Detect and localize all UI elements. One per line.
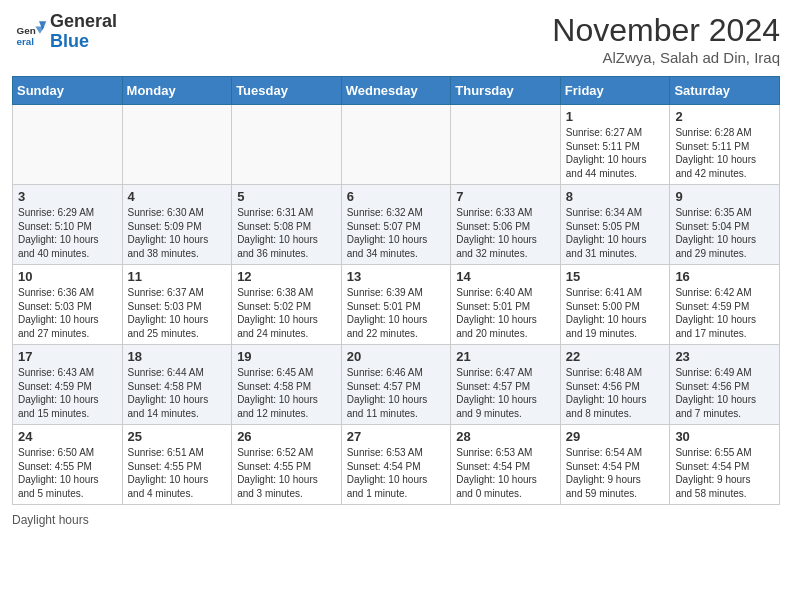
calendar-cell: 21Sunrise: 6:47 AM Sunset: 4:57 PM Dayli… <box>451 345 561 425</box>
day-info: Sunrise: 6:35 AM Sunset: 5:04 PM Dayligh… <box>675 206 774 260</box>
column-header-monday: Monday <box>122 77 232 105</box>
calendar-cell: 9Sunrise: 6:35 AM Sunset: 5:04 PM Daylig… <box>670 185 780 265</box>
calendar-cell: 30Sunrise: 6:55 AM Sunset: 4:54 PM Dayli… <box>670 425 780 505</box>
calendar-cell: 10Sunrise: 6:36 AM Sunset: 5:03 PM Dayli… <box>13 265 123 345</box>
day-info: Sunrise: 6:29 AM Sunset: 5:10 PM Dayligh… <box>18 206 117 260</box>
calendar-cell <box>13 105 123 185</box>
day-number: 27 <box>347 429 446 444</box>
day-number: 8 <box>566 189 665 204</box>
month-title: November 2024 <box>552 12 780 49</box>
footer-note: Daylight hours <box>12 513 780 527</box>
logo-blue: Blue <box>50 32 117 52</box>
day-info: Sunrise: 6:28 AM Sunset: 5:11 PM Dayligh… <box>675 126 774 180</box>
day-info: Sunrise: 6:44 AM Sunset: 4:58 PM Dayligh… <box>128 366 227 420</box>
day-number: 28 <box>456 429 555 444</box>
calendar-cell <box>341 105 451 185</box>
day-info: Sunrise: 6:40 AM Sunset: 5:01 PM Dayligh… <box>456 286 555 340</box>
page-header: Gen eral General Blue November 2024 AlZw… <box>12 12 780 66</box>
calendar-cell: 26Sunrise: 6:52 AM Sunset: 4:55 PM Dayli… <box>232 425 342 505</box>
day-number: 13 <box>347 269 446 284</box>
column-header-tuesday: Tuesday <box>232 77 342 105</box>
calendar-cell: 5Sunrise: 6:31 AM Sunset: 5:08 PM Daylig… <box>232 185 342 265</box>
logo-icon: Gen eral <box>12 14 48 50</box>
day-number: 23 <box>675 349 774 364</box>
day-number: 14 <box>456 269 555 284</box>
day-info: Sunrise: 6:50 AM Sunset: 4:55 PM Dayligh… <box>18 446 117 500</box>
calendar-week-row: 24Sunrise: 6:50 AM Sunset: 4:55 PM Dayli… <box>13 425 780 505</box>
day-info: Sunrise: 6:42 AM Sunset: 4:59 PM Dayligh… <box>675 286 774 340</box>
day-info: Sunrise: 6:55 AM Sunset: 4:54 PM Dayligh… <box>675 446 774 500</box>
logo-text: General Blue <box>50 12 117 52</box>
day-number: 22 <box>566 349 665 364</box>
day-number: 11 <box>128 269 227 284</box>
day-number: 21 <box>456 349 555 364</box>
calendar-cell: 7Sunrise: 6:33 AM Sunset: 5:06 PM Daylig… <box>451 185 561 265</box>
calendar-cell: 28Sunrise: 6:53 AM Sunset: 4:54 PM Dayli… <box>451 425 561 505</box>
logo: Gen eral General Blue <box>12 12 117 52</box>
day-number: 4 <box>128 189 227 204</box>
calendar-cell: 20Sunrise: 6:46 AM Sunset: 4:57 PM Dayli… <box>341 345 451 425</box>
day-number: 16 <box>675 269 774 284</box>
day-number: 12 <box>237 269 336 284</box>
column-header-wednesday: Wednesday <box>341 77 451 105</box>
day-info: Sunrise: 6:41 AM Sunset: 5:00 PM Dayligh… <box>566 286 665 340</box>
day-info: Sunrise: 6:31 AM Sunset: 5:08 PM Dayligh… <box>237 206 336 260</box>
day-number: 5 <box>237 189 336 204</box>
day-info: Sunrise: 6:43 AM Sunset: 4:59 PM Dayligh… <box>18 366 117 420</box>
title-block: November 2024 AlZwya, Salah ad Din, Iraq <box>552 12 780 66</box>
day-info: Sunrise: 6:46 AM Sunset: 4:57 PM Dayligh… <box>347 366 446 420</box>
day-number: 26 <box>237 429 336 444</box>
calendar-cell: 1Sunrise: 6:27 AM Sunset: 5:11 PM Daylig… <box>560 105 670 185</box>
day-number: 7 <box>456 189 555 204</box>
calendar-table: SundayMondayTuesdayWednesdayThursdayFrid… <box>12 76 780 505</box>
day-number: 15 <box>566 269 665 284</box>
calendar-cell: 22Sunrise: 6:48 AM Sunset: 4:56 PM Dayli… <box>560 345 670 425</box>
calendar-cell: 6Sunrise: 6:32 AM Sunset: 5:07 PM Daylig… <box>341 185 451 265</box>
location: AlZwya, Salah ad Din, Iraq <box>552 49 780 66</box>
day-number: 24 <box>18 429 117 444</box>
day-number: 19 <box>237 349 336 364</box>
calendar-cell: 27Sunrise: 6:53 AM Sunset: 4:54 PM Dayli… <box>341 425 451 505</box>
calendar-header-row: SundayMondayTuesdayWednesdayThursdayFrid… <box>13 77 780 105</box>
day-info: Sunrise: 6:45 AM Sunset: 4:58 PM Dayligh… <box>237 366 336 420</box>
day-number: 3 <box>18 189 117 204</box>
day-info: Sunrise: 6:39 AM Sunset: 5:01 PM Dayligh… <box>347 286 446 340</box>
calendar-week-row: 10Sunrise: 6:36 AM Sunset: 5:03 PM Dayli… <box>13 265 780 345</box>
day-info: Sunrise: 6:32 AM Sunset: 5:07 PM Dayligh… <box>347 206 446 260</box>
calendar-cell: 3Sunrise: 6:29 AM Sunset: 5:10 PM Daylig… <box>13 185 123 265</box>
calendar-cell: 15Sunrise: 6:41 AM Sunset: 5:00 PM Dayli… <box>560 265 670 345</box>
day-info: Sunrise: 6:30 AM Sunset: 5:09 PM Dayligh… <box>128 206 227 260</box>
day-info: Sunrise: 6:37 AM Sunset: 5:03 PM Dayligh… <box>128 286 227 340</box>
column-header-saturday: Saturday <box>670 77 780 105</box>
calendar-cell: 12Sunrise: 6:38 AM Sunset: 5:02 PM Dayli… <box>232 265 342 345</box>
calendar-cell: 23Sunrise: 6:49 AM Sunset: 4:56 PM Dayli… <box>670 345 780 425</box>
calendar-week-row: 17Sunrise: 6:43 AM Sunset: 4:59 PM Dayli… <box>13 345 780 425</box>
calendar-cell: 24Sunrise: 6:50 AM Sunset: 4:55 PM Dayli… <box>13 425 123 505</box>
day-info: Sunrise: 6:47 AM Sunset: 4:57 PM Dayligh… <box>456 366 555 420</box>
calendar-cell <box>451 105 561 185</box>
calendar-week-row: 3Sunrise: 6:29 AM Sunset: 5:10 PM Daylig… <box>13 185 780 265</box>
day-number: 30 <box>675 429 774 444</box>
day-info: Sunrise: 6:33 AM Sunset: 5:06 PM Dayligh… <box>456 206 555 260</box>
column-header-friday: Friday <box>560 77 670 105</box>
calendar-week-row: 1Sunrise: 6:27 AM Sunset: 5:11 PM Daylig… <box>13 105 780 185</box>
day-info: Sunrise: 6:34 AM Sunset: 5:05 PM Dayligh… <box>566 206 665 260</box>
calendar-cell: 18Sunrise: 6:44 AM Sunset: 4:58 PM Dayli… <box>122 345 232 425</box>
column-header-thursday: Thursday <box>451 77 561 105</box>
day-info: Sunrise: 6:51 AM Sunset: 4:55 PM Dayligh… <box>128 446 227 500</box>
calendar-cell <box>122 105 232 185</box>
logo-general: General <box>50 12 117 32</box>
calendar-cell: 14Sunrise: 6:40 AM Sunset: 5:01 PM Dayli… <box>451 265 561 345</box>
day-info: Sunrise: 6:48 AM Sunset: 4:56 PM Dayligh… <box>566 366 665 420</box>
calendar-cell: 8Sunrise: 6:34 AM Sunset: 5:05 PM Daylig… <box>560 185 670 265</box>
calendar-cell: 25Sunrise: 6:51 AM Sunset: 4:55 PM Dayli… <box>122 425 232 505</box>
day-info: Sunrise: 6:54 AM Sunset: 4:54 PM Dayligh… <box>566 446 665 500</box>
day-number: 17 <box>18 349 117 364</box>
day-number: 1 <box>566 109 665 124</box>
day-number: 10 <box>18 269 117 284</box>
day-info: Sunrise: 6:52 AM Sunset: 4:55 PM Dayligh… <box>237 446 336 500</box>
day-number: 6 <box>347 189 446 204</box>
svg-text:eral: eral <box>17 35 35 46</box>
calendar-cell: 13Sunrise: 6:39 AM Sunset: 5:01 PM Dayli… <box>341 265 451 345</box>
calendar-cell <box>232 105 342 185</box>
